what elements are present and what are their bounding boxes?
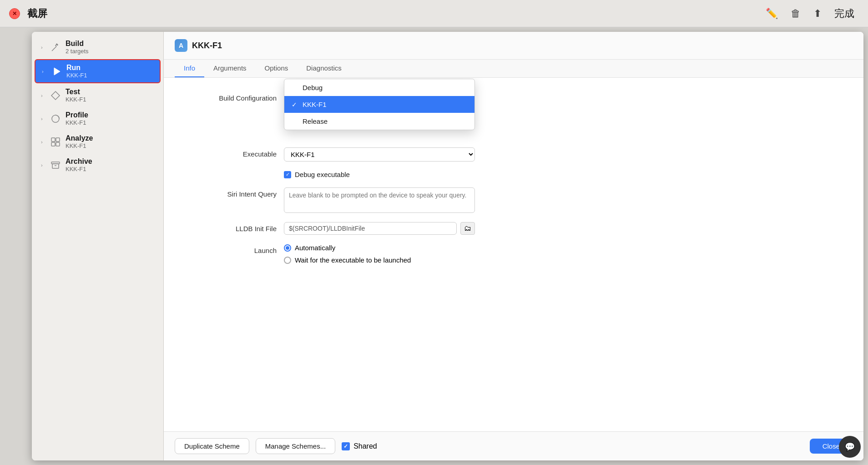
duplicate-scheme-button[interactable]: Duplicate Scheme xyxy=(175,438,249,454)
svg-marker-1 xyxy=(54,68,60,75)
svg-rect-4 xyxy=(51,138,55,142)
main-content: A KKK-F1 Info Arguments Options Diagnost… xyxy=(164,32,863,460)
lldb-row: LLDB Init File 🗂 xyxy=(175,222,853,235)
close-button[interactable]: ✕ xyxy=(9,8,20,19)
expand-arrow-profile: › xyxy=(41,116,47,121)
launch-label: Launch xyxy=(175,244,284,254)
sidebar-item-archive[interactable]: › Archive KKK-F1 xyxy=(35,154,161,176)
top-bar: ✕ 截屏 ✏️ 🗑 ⬆ 完成 xyxy=(0,0,868,27)
test-label: Test xyxy=(66,88,86,96)
debug-exe-text: Debug executable xyxy=(295,171,350,178)
debug-label: Debug xyxy=(303,84,323,91)
test-item-text: Test KKK-F1 xyxy=(66,88,86,103)
lldb-control: 🗂 xyxy=(284,222,853,235)
top-bar-actions: ✏️ 🗑 ⬆ 完成 xyxy=(766,7,854,20)
done-button[interactable]: 完成 xyxy=(834,7,854,20)
trash-icon[interactable]: 🗑 xyxy=(791,8,801,20)
window-title: 截屏 xyxy=(27,7,47,20)
debug-exe-row: Debug executable xyxy=(175,171,853,178)
run-item-text: Run KKK-F1 xyxy=(66,64,87,79)
build-sub: 2 targets xyxy=(66,48,89,55)
launch-wait-label: Wait for the executable to be launched xyxy=(295,256,411,264)
svg-rect-0 xyxy=(56,43,59,46)
app-icon: A xyxy=(175,39,187,52)
svg-rect-9 xyxy=(52,164,59,168)
shared-checkbox[interactable] xyxy=(342,442,350,450)
analyze-item-text: Analyze KKK-F1 xyxy=(66,134,93,149)
activity-icon xyxy=(49,112,62,125)
profile-sub: KKK-F1 xyxy=(66,119,88,126)
bottom-bar: Duplicate Scheme Manage Schemes... Share… xyxy=(164,431,863,460)
executable-label: Executable xyxy=(175,147,284,158)
tab-options[interactable]: Options xyxy=(256,60,298,77)
debug-exe-checkbox[interactable] xyxy=(284,171,291,178)
hammer-icon xyxy=(49,41,62,54)
release-label: Release xyxy=(303,117,328,125)
debug-exe-label xyxy=(175,171,284,173)
csdn-icon: 💬 xyxy=(845,442,855,452)
kkkf1-checkmark: ✓ xyxy=(292,101,299,108)
svg-rect-6 xyxy=(51,142,55,146)
form-area: Build Configuration Debug ✓ xyxy=(164,78,863,431)
expand-arrow-run: › xyxy=(42,69,48,74)
lldb-input[interactable] xyxy=(284,222,457,235)
launch-control: Automatically Wait for the executable to… xyxy=(284,244,853,264)
profile-item-text: Profile KKK-F1 xyxy=(66,111,88,126)
build-label: Build xyxy=(66,40,89,48)
shared-label: Shared xyxy=(353,442,377,450)
sidebar-item-analyze[interactable]: › Analyze KKK-F1 xyxy=(35,131,161,153)
sidebar-item-run[interactable]: › Run KKK-F1 xyxy=(35,59,161,83)
archive-icon xyxy=(49,159,62,172)
diamond-icon xyxy=(49,89,62,102)
dropdown-item-kkkf1[interactable]: ✓ KKK-F1 xyxy=(284,96,474,113)
main-container: › Build 2 targets › xyxy=(0,27,868,465)
sidebar-item-build[interactable]: › Build 2 targets xyxy=(35,36,161,58)
siri-row: Siri Intent Query xyxy=(175,187,853,213)
content-header: A KKK-F1 xyxy=(164,32,863,60)
expand-arrow-test: › xyxy=(41,93,47,98)
build-item-text: Build 2 targets xyxy=(66,40,89,55)
archive-item-text: Archive KKK-F1 xyxy=(66,157,92,172)
launch-wait-row: Wait for the executable to be launched xyxy=(284,256,411,264)
dropdown-item-release[interactable]: Release xyxy=(284,113,474,130)
dropdown-item-debug[interactable]: Debug xyxy=(284,79,474,96)
run-sub: KKK-F1 xyxy=(66,72,87,79)
launch-auto-label: Automatically xyxy=(295,244,335,252)
profile-label: Profile xyxy=(66,111,88,119)
debug-exe-control: Debug executable xyxy=(284,171,853,178)
siri-input[interactable] xyxy=(284,187,475,213)
kkkf1-label: KKK-F1 xyxy=(303,101,327,108)
folder-button[interactable]: 🗂 xyxy=(460,222,475,235)
siri-label: Siri Intent Query xyxy=(175,187,284,198)
xcode-window: › Build 2 targets › xyxy=(32,32,863,460)
shared-checkbox-row: Shared xyxy=(342,442,377,450)
sidebar-item-test[interactable]: › Test KKK-F1 xyxy=(35,84,161,106)
svg-rect-7 xyxy=(56,142,60,146)
expand-arrow-build: › xyxy=(41,45,47,50)
sidebar-item-profile[interactable]: › Profile KKK-F1 xyxy=(35,107,161,130)
test-sub: KKK-F1 xyxy=(66,96,86,103)
tab-arguments[interactable]: Arguments xyxy=(204,60,256,77)
expand-arrow-archive: › xyxy=(41,162,47,168)
manage-schemes-button[interactable]: Manage Schemes... xyxy=(256,438,335,454)
search-icon xyxy=(49,136,62,148)
play-icon xyxy=(50,65,63,78)
tab-info[interactable]: Info xyxy=(175,60,204,77)
expand-arrow-analyze: › xyxy=(41,139,47,145)
build-config-label: Build Configuration xyxy=(175,91,284,102)
launch-wait-radio[interactable] xyxy=(284,257,291,264)
launch-auto-radio[interactable] xyxy=(284,244,291,252)
svg-marker-2 xyxy=(51,91,60,100)
lldb-label: LLDB Init File xyxy=(175,222,284,232)
tab-diagnostics[interactable]: Diagnostics xyxy=(297,60,351,77)
archive-sub: KKK-F1 xyxy=(66,166,92,172)
analyze-sub: KKK-F1 xyxy=(66,142,93,149)
tabs-bar: Info Arguments Options Diagnostics xyxy=(164,60,863,78)
csdn-badge[interactable]: 💬 xyxy=(839,436,861,458)
pencil-icon[interactable]: ✏️ xyxy=(766,8,778,20)
share-icon[interactable]: ⬆ xyxy=(813,8,822,20)
archive-label: Archive xyxy=(66,157,92,166)
debug-exe-checkbox-row: Debug executable xyxy=(284,171,350,178)
run-label: Run xyxy=(66,64,87,72)
executable-select[interactable]: KKK-F1 xyxy=(284,147,475,162)
